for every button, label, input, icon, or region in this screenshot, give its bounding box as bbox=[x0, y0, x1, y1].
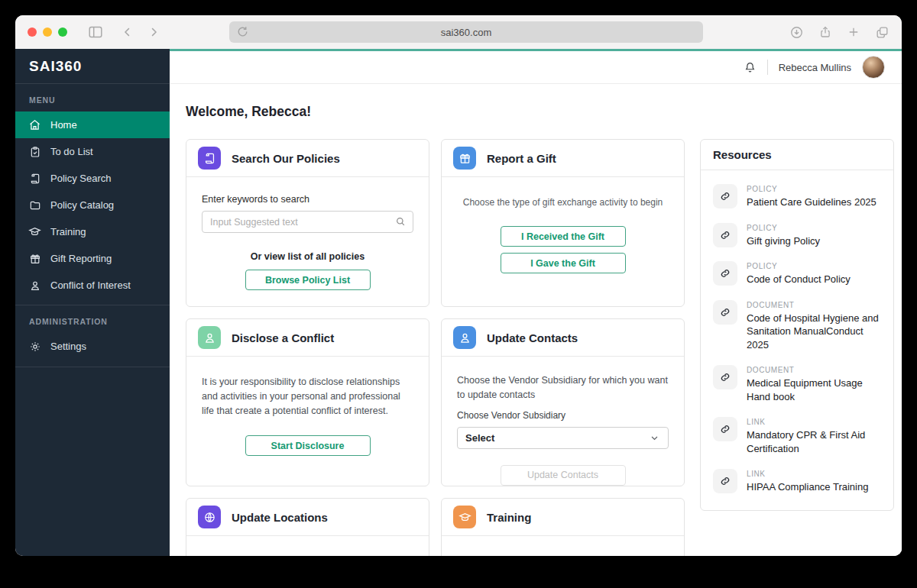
address-bar[interactable]: sai360.com bbox=[229, 21, 703, 43]
resource-title: Medical Equipment Usage Hand book bbox=[747, 376, 881, 403]
clipboard-check-icon bbox=[28, 145, 41, 158]
resource-item[interactable]: POLICY Patient Care Guidelines 2025 bbox=[701, 177, 893, 216]
sidebar-toggle-icon[interactable] bbox=[87, 24, 104, 40]
tab-overview-icon[interactable] bbox=[875, 25, 889, 40]
sidebar-section-administration: ADMINISTRATION bbox=[15, 305, 170, 333]
resource-type: POLICY bbox=[747, 224, 820, 232]
card-disclose-conflict: Disclose a Conflict It is your responsib… bbox=[186, 318, 429, 486]
sidebar-item-todo-list[interactable]: To do List bbox=[15, 138, 170, 165]
resource-title: Code of Conduct Policy bbox=[747, 273, 851, 286]
dashboard-content: Welcome, Rebecca! Search Our Policies bbox=[170, 84, 902, 556]
app-logo: SAI360 bbox=[15, 49, 170, 84]
resource-item[interactable]: LINK Mandatory CPR & First Aid Certifica… bbox=[701, 410, 893, 462]
person-icon bbox=[28, 279, 41, 292]
start-disclosure-button[interactable]: Start Disclosure bbox=[245, 435, 371, 456]
folder-icon bbox=[28, 199, 41, 212]
update-contacts-button[interactable]: Update Contacts bbox=[501, 465, 626, 486]
resource-type: DOCUMENT bbox=[747, 301, 881, 309]
card-title: Update Contacts bbox=[487, 331, 578, 344]
search-icon[interactable] bbox=[394, 215, 407, 231]
person-icon bbox=[453, 326, 476, 349]
link-icon bbox=[713, 300, 737, 325]
user-name[interactable]: Rebecca Mullins bbox=[779, 62, 851, 73]
sidebar-item-label: Training bbox=[50, 226, 86, 237]
top-header: Rebecca Mullins bbox=[170, 51, 902, 84]
link-icon bbox=[713, 365, 737, 389]
resource-item[interactable]: POLICY Code of Conduct Policy bbox=[701, 254, 893, 293]
link-icon bbox=[713, 417, 737, 441]
minimize-window-button[interactable] bbox=[43, 27, 52, 37]
graduation-cap-icon bbox=[28, 225, 41, 238]
select-value: Select bbox=[465, 432, 494, 444]
resource-item[interactable]: LINK HIPAA Compliance Training bbox=[701, 462, 893, 501]
browser-window: sai360.com SAI360 MENU bbox=[15, 15, 902, 556]
policy-scroll-icon bbox=[198, 147, 221, 170]
resources-panel: Resources POLICY Patient Care Guidelines… bbox=[700, 139, 894, 511]
sidebar-section-menu: MENU bbox=[15, 84, 170, 111]
policy-scroll-icon bbox=[28, 172, 41, 185]
vendor-subsidiary-select[interactable]: Select bbox=[457, 427, 669, 449]
graduation-cap-icon bbox=[453, 506, 476, 528]
link-icon bbox=[713, 223, 737, 247]
card-update-locations: Update Locations Choose the Vendor Subsi… bbox=[186, 498, 429, 556]
card-report-gift: Report a Gift Choose the type of gift ex… bbox=[441, 139, 685, 307]
card-training: Training bbox=[441, 498, 685, 556]
gift-icon bbox=[28, 252, 41, 265]
search-field-label: Enter keywords to search bbox=[202, 194, 413, 205]
resources-title: Resources bbox=[701, 140, 893, 170]
user-avatar[interactable] bbox=[862, 56, 885, 79]
close-window-button[interactable] bbox=[28, 27, 37, 37]
resource-title: Code of Hospital Hygiene and Sanitation … bbox=[747, 312, 881, 352]
resource-type: LINK bbox=[747, 418, 881, 426]
share-icon[interactable] bbox=[818, 25, 832, 39]
sidebar-item-conflict-of-interest[interactable]: Conflict of Interest bbox=[15, 272, 170, 299]
locations-card-description: Choose the Vendor Subsidiary for which y… bbox=[202, 553, 413, 556]
globe-icon bbox=[198, 506, 221, 528]
back-button[interactable] bbox=[121, 25, 134, 39]
link-icon bbox=[713, 184, 737, 208]
gave-gift-button[interactable]: I Gave the Gift bbox=[501, 253, 626, 273]
sidebar-item-settings[interactable]: Settings bbox=[15, 333, 170, 360]
resource-title: Mandatory CPR & First Aid Certification bbox=[747, 428, 881, 455]
sidebar-item-label: Conflict of Interest bbox=[50, 279, 131, 291]
sidebar-item-label: Policy Search bbox=[50, 173, 111, 184]
received-gift-button[interactable]: I Received the Gift bbox=[501, 226, 626, 247]
resource-title: HIPAA Compliance Training bbox=[747, 480, 868, 494]
sidebar-item-home[interactable]: Home bbox=[15, 111, 170, 138]
view-all-policies-text: Or view list of all policies bbox=[202, 251, 413, 262]
policy-search-input[interactable] bbox=[202, 211, 413, 233]
conflict-card-description: It is your responsibility to disclose re… bbox=[202, 375, 413, 418]
reload-icon[interactable] bbox=[236, 25, 249, 38]
resource-item[interactable]: POLICY Gift giving Policy bbox=[701, 216, 893, 255]
link-icon bbox=[713, 469, 737, 493]
sidebar-item-policy-search[interactable]: Policy Search bbox=[15, 165, 170, 192]
sidebar-item-label: Gift Reporting bbox=[50, 253, 112, 264]
card-title: Training bbox=[487, 511, 531, 524]
url-text: sai360.com bbox=[441, 27, 491, 38]
welcome-heading: Welcome, Rebecca! bbox=[186, 104, 894, 120]
resource-type: LINK bbox=[747, 470, 868, 478]
sidebar-item-training[interactable]: Training bbox=[15, 218, 170, 245]
card-title: Search Our Policies bbox=[232, 152, 340, 165]
chevron-down-icon bbox=[649, 432, 660, 444]
sidebar-item-policy-catalog[interactable]: Policy Catalog bbox=[15, 192, 170, 218]
browser-toolbar: sai360.com bbox=[15, 15, 902, 49]
resource-type: POLICY bbox=[747, 185, 876, 193]
resource-item[interactable]: DOCUMENT Medical Equipment Usage Hand bo… bbox=[701, 358, 893, 410]
forward-button[interactable] bbox=[147, 25, 160, 39]
notifications-bell-icon[interactable] bbox=[744, 61, 757, 74]
resource-item[interactable]: DOCUMENT Code of Hospital Hygiene and Sa… bbox=[701, 293, 893, 359]
sidebar-item-gift-reporting[interactable]: Gift Reporting bbox=[15, 245, 170, 272]
card-title: Disclose a Conflict bbox=[232, 331, 334, 344]
new-tab-icon[interactable] bbox=[847, 25, 860, 39]
zoom-window-button[interactable] bbox=[58, 27, 67, 37]
header-divider bbox=[767, 60, 768, 75]
gift-icon bbox=[453, 147, 476, 170]
traffic-lights bbox=[28, 27, 67, 37]
contacts-card-description: Choose the Vendor Subsidiary for which y… bbox=[457, 373, 669, 402]
resource-type: POLICY bbox=[747, 262, 851, 270]
downloads-icon[interactable] bbox=[789, 25, 804, 40]
sidebar-item-label: Home bbox=[50, 119, 77, 131]
browse-policy-list-button[interactable]: Browse Policy List bbox=[245, 270, 371, 290]
sidebar-item-label: Settings bbox=[50, 341, 86, 352]
